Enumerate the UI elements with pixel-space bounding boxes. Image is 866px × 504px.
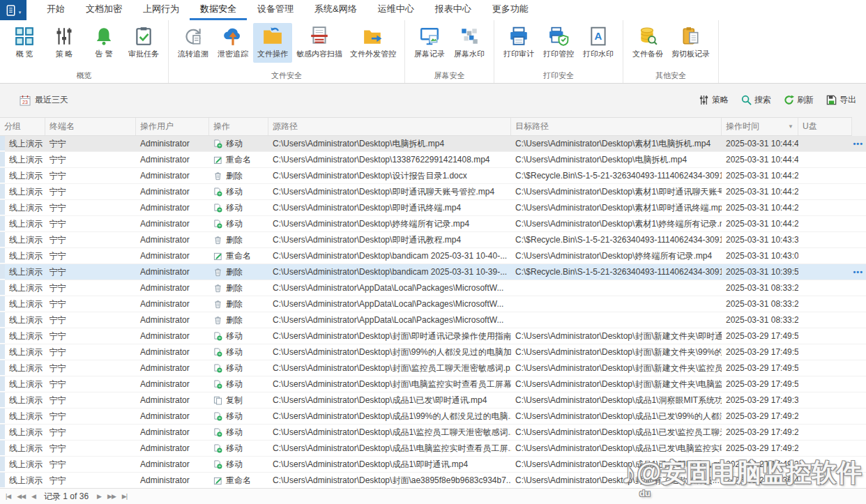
table-row-16[interactable]: 线上演示宁宁Administrator复制C:\Users\Administra… <box>0 392 866 408</box>
cell-operation: 删除 <box>209 232 268 247</box>
table-row-18[interactable]: 线上演示宁宁Administrator移动C:\Users\Administra… <box>0 425 866 441</box>
row-gutter <box>0 457 5 472</box>
table-row-21[interactable]: 线上演示宁宁Administrator重命名C:\Users\Administr… <box>0 473 866 488</box>
column-header-4[interactable]: 源路径 <box>268 118 511 135</box>
table-row-15[interactable]: 线上演示宁宁Administrator移动C:\Users\Administra… <box>0 376 866 392</box>
cell-user: Administrator <box>136 344 209 360</box>
tab-4[interactable]: 设备管理 <box>247 0 304 20</box>
ribbon-item-1-0[interactable]: 流转追溯 <box>174 23 213 63</box>
ribbon-item-4-1[interactable]: 剪切板记录 <box>668 23 713 63</box>
toolbar-action-3[interactable]: 导出 <box>826 94 856 106</box>
ribbon-item-3-1[interactable]: 打印管控 <box>539 23 578 63</box>
table-row-11[interactable]: 线上演示宁宁Administrator删除C:\Users\Administra… <box>0 312 866 328</box>
ribbon-item-1-1[interactable]: 泄密追踪 <box>213 23 252 63</box>
table-row-2[interactable]: 线上演示宁宁Administrator删除C:\Users\Administra… <box>0 168 866 184</box>
cell-source-path: C:\Users\Administrator\Desktop\即时通讯聊天账号管… <box>268 184 511 199</box>
delete-trash-icon <box>213 284 222 293</box>
table-row-4[interactable]: 线上演示宁宁Administrator移动C:\Users\Administra… <box>0 200 866 216</box>
cell-operation: 移动 <box>209 136 268 151</box>
ribbon-item-2-1[interactable]: 屏幕水印 <box>450 23 489 63</box>
ribbon-item-1-2[interactable]: 文件操作 <box>253 23 292 63</box>
page-first-icon[interactable]: |◀ <box>6 493 10 500</box>
rename-icon <box>213 476 222 485</box>
cell-source-path: C:\Users\Administrator\Desktop\设计报告目录1.d… <box>268 168 511 183</box>
row-gutter <box>0 184 5 199</box>
row-menu-dots[interactable]: ••• <box>853 264 863 280</box>
cell-time: 2025-03-31 10:43:38 <box>722 232 798 247</box>
table-row-7[interactable]: 线上演示宁宁Administrator重命名C:\Users\Administr… <box>0 248 866 264</box>
cell-user: Administrator <box>136 264 209 280</box>
ribbon-item-0-0[interactable]: 概 览 <box>5 23 44 63</box>
tab-1[interactable]: 文档加密 <box>75 0 132 20</box>
table-row-13[interactable]: 线上演示宁宁Administrator移动C:\Users\Administra… <box>0 344 866 360</box>
app-menu-button[interactable]: ▾ <box>0 0 26 20</box>
search-icon <box>741 95 752 105</box>
tab-5[interactable]: 系统&网络 <box>304 0 367 20</box>
overview-grid-icon <box>14 26 35 47</box>
copy-icon <box>213 396 222 405</box>
page-next-icon[interactable]: ▶ <box>97 493 101 500</box>
table-row-17[interactable]: 线上演示宁宁Administrator移动C:\Users\Administra… <box>0 408 866 425</box>
tab-0[interactable]: 开始 <box>36 0 75 20</box>
table-row-3[interactable]: 线上演示宁宁Administrator移动C:\Users\Administra… <box>0 184 866 200</box>
table-row-19[interactable]: 线上演示宁宁Administrator移动C:\Users\Administra… <box>0 441 866 457</box>
cell-time: 2025-03-31 08:33:22 <box>722 312 798 328</box>
table-row-0[interactable]: 线上演示宁宁Administrator移动C:\Users\Administra… <box>0 136 866 152</box>
cell-usb <box>798 457 852 472</box>
table-row-20[interactable]: 线上演示宁宁Administrator移动C:\Users\Administra… <box>0 457 866 473</box>
cell-time: 2025-03-29 17:49:55 <box>722 360 798 376</box>
ribbon-item-label: 打印审计 <box>503 49 534 59</box>
ribbon-item-label: 打印管控 <box>543 49 574 59</box>
cell-time: 2025-03-31 10:44:28 <box>722 168 798 183</box>
ribbon-item-3-0[interactable]: 打印审计 <box>499 23 538 63</box>
move-file-icon <box>213 428 222 437</box>
cell-source-path: C:\Users\Administrator\Desktop\即时通讯教程.mp… <box>268 232 511 247</box>
date-filter-button[interactable]: 23 最近三天 <box>20 94 68 106</box>
page-last-icon[interactable]: ▶| <box>122 493 127 500</box>
column-header-1[interactable]: 终端名 <box>45 118 136 135</box>
table-row-14[interactable]: 线上演示宁宁Administrator移动C:\Users\Administra… <box>0 360 866 376</box>
cell-group: 线上演示 <box>5 264 45 280</box>
tab-6[interactable]: 运维中心 <box>367 0 425 20</box>
ribbon-item-1-4[interactable]: 文件外发管控 <box>347 23 400 63</box>
ribbon-item-3-2[interactable]: A打印水印 <box>579 23 618 63</box>
delete-trash-icon <box>213 268 222 277</box>
table-row-5[interactable]: 线上演示宁宁Administrator移动C:\Users\Administra… <box>0 216 866 232</box>
row-gutter <box>0 152 5 167</box>
page-forward-icon[interactable]: ▶▶ <box>107 493 116 500</box>
toolbar: 23 最近三天 策略搜索刷新导出 <box>0 84 866 117</box>
column-header-3[interactable]: 操作 <box>209 118 268 135</box>
column-header-5[interactable]: 目标路径 <box>511 118 722 135</box>
table-row-12[interactable]: 线上演示宁宁Administrator移动C:\Users\Administra… <box>0 328 866 344</box>
table-row-9[interactable]: 线上演示宁宁Administrator删除C:\Users\Administra… <box>0 280 866 296</box>
toolbar-action-0[interactable]: 策略 <box>699 94 729 106</box>
toolbar-action-2[interactable]: 刷新 <box>784 94 814 106</box>
column-header-6[interactable]: 操作时间▼ <box>722 118 798 135</box>
table-row-10[interactable]: 线上演示宁宁Administrator删除C:\Users\Administra… <box>0 296 866 312</box>
column-header-0[interactable]: 分组 <box>0 118 45 135</box>
tab-8[interactable]: 更多功能 <box>482 0 539 20</box>
page-rewind-icon[interactable]: ◀◀ <box>17 493 25 500</box>
ribbon-item-0-3[interactable]: 审批任务 <box>124 23 163 63</box>
table-row-8[interactable]: 线上演示宁宁Administrator删除C:\Users\Administra… <box>0 264 866 280</box>
table-row-6[interactable]: 线上演示宁宁Administrator删除C:\Users\Administra… <box>0 232 866 248</box>
sort-filter-icon[interactable]: ▼ <box>788 123 793 130</box>
column-header-7[interactable]: U盘 <box>798 118 852 135</box>
ribbon-item-2-0[interactable]: 屏幕记录 <box>410 23 449 63</box>
toolbar-action-1[interactable]: 搜索 <box>741 94 771 106</box>
ribbon-item-0-1[interactable]: 策 略 <box>45 23 84 63</box>
ribbon-item-1-3[interactable]: 敏感内容扫描 <box>293 23 346 63</box>
leak-cloud-icon <box>222 26 243 47</box>
ribbon-item-4-0[interactable]: 文件备份 <box>628 23 667 63</box>
page-prev-icon[interactable]: ◀ <box>31 493 36 500</box>
ribbon-item-label: 文件备份 <box>632 49 663 59</box>
table-row-1[interactable]: 线上演示宁宁Administrator重命名C:\Users\Administr… <box>0 152 866 168</box>
calendar-icon: 23 <box>20 95 31 106</box>
row-menu-dots[interactable]: ••• <box>853 136 863 151</box>
column-header-2[interactable]: 操作用户 <box>136 118 209 135</box>
tab-3[interactable]: 数据安全 <box>190 0 247 20</box>
cell-target-path: C:\Users\Administrator\Desktop\电脑拆机.mp4 <box>511 152 722 167</box>
ribbon-item-0-2[interactable]: 告 警 <box>84 23 123 63</box>
tab-7[interactable]: 报表中心 <box>425 0 482 20</box>
tab-2[interactable]: 上网行为 <box>132 0 190 20</box>
